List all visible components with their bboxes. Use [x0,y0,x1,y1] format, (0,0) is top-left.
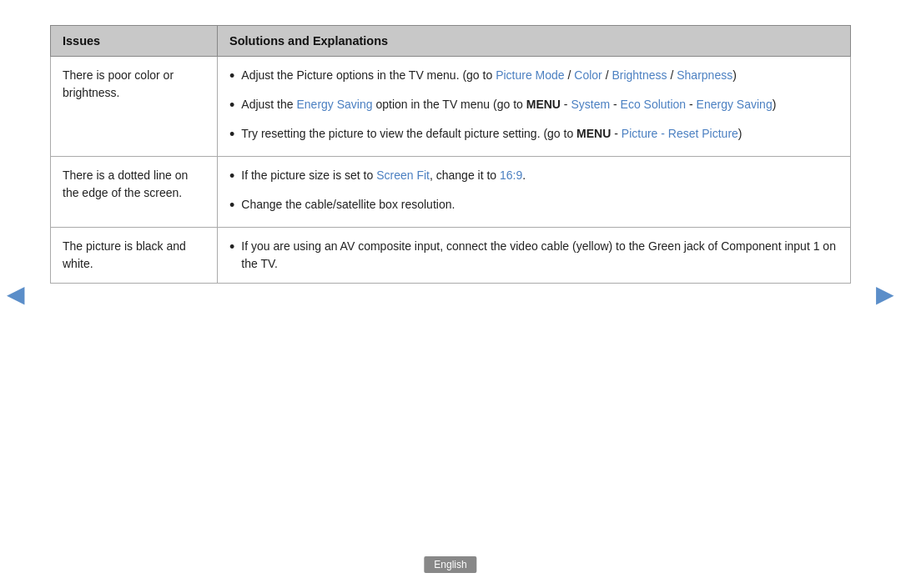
bullet-item-2-0: If you are using an AV composite input, … [229,238,838,273]
nav-arrow-left[interactable]: ◀ [7,283,25,306]
bullet-item-0-0: Adjust the Picture options in the TV men… [229,67,838,88]
link-text[interactable]: Eco Solution [621,98,687,111]
link-text[interactable]: Screen Fit [376,168,430,182]
link-text[interactable]: Sharpness [677,68,732,82]
solution-cell-0: Adjust the Picture options in the TV men… [218,57,851,157]
nav-arrow-right[interactable]: ▶ [876,283,894,306]
bold-text: MENU [526,98,561,111]
bullet-item-1-0: If the picture size is set to Screen Fit… [229,167,838,188]
link-text[interactable]: Energy Saving [697,98,773,111]
link-text[interactable]: 16:9 [500,168,522,182]
link-text[interactable]: Color [574,68,602,82]
link-text[interactable]: Picture - Reset Picture [622,127,738,140]
solution-cell-1: If the picture size is set to Screen Fit… [218,157,851,228]
link-text[interactable]: Picture Mode [496,68,564,82]
bullet-item-0-1: Adjust the Energy Saving option in the T… [229,96,838,117]
col-header-issues: Issues [51,26,218,57]
link-text[interactable]: System [571,98,610,111]
issue-cell-1: There is a dotted line on the edge of th… [51,157,218,228]
issue-cell-2: The picture is black and white. [51,228,218,284]
link-text[interactable]: Energy Saving [296,98,372,111]
footer-language: English [424,556,476,573]
issues-table: Issues Solutions and Explanations There … [50,25,851,284]
issue-cell-0: There is poor color or brightness. [51,57,218,157]
bullet-item-1-1: Change the cable/satellite box resolutio… [229,196,838,217]
bullet-item-0-2: Try resetting the picture to view the de… [229,125,838,146]
bold-text: MENU [576,127,611,140]
page-wrapper: ◀ ▶ Issues Solutions and Explanations Th… [0,0,901,588]
col-header-solutions: Solutions and Explanations [218,26,851,57]
solution-cell-2: If you are using an AV composite input, … [218,228,851,284]
link-text[interactable]: Brightness [612,68,667,82]
